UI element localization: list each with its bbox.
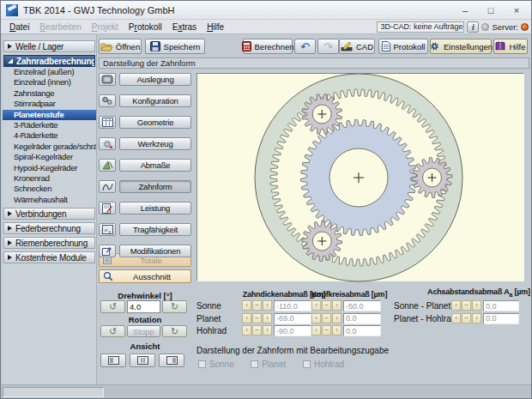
open-button-label: Öffnen xyxy=(116,42,140,51)
kopfkreis-hohlrad-decrease-button[interactable]: ‹ xyxy=(311,325,321,336)
zahndicke-planet-reset-button[interactable]: − xyxy=(252,313,262,323)
sidebar-group-welle-lager[interactable]: Welle / Lager xyxy=(3,40,95,52)
kopfkreis-sonne-field[interactable] xyxy=(343,300,381,311)
nav-abma-e-button[interactable]: Abmaße xyxy=(119,159,191,172)
nav-modifikationen-button[interactable]: Modifikationen xyxy=(119,245,191,257)
rotate-ccw-button[interactable]: ↺ xyxy=(100,300,125,313)
collapsed-icon xyxy=(8,255,12,260)
nav-leistung-button[interactable]: Leistung xyxy=(119,202,191,215)
sidebar-group-federberechnung[interactable]: Federberechnung xyxy=(3,222,95,234)
sidebar-item-zahnstange[interactable]: Zahnstange xyxy=(3,88,96,99)
geometrie-icon[interactable] xyxy=(99,116,116,129)
zahndicke-hohlrad-increase-button[interactable]: › xyxy=(263,325,272,336)
achsabstand-planet-hohlrad-field[interactable] xyxy=(483,313,519,324)
help-button[interactable]: Hilfe xyxy=(493,39,528,54)
gear-diagram-canvas[interactable] xyxy=(196,73,524,281)
nav-geometrie-button[interactable]: Geometrie xyxy=(119,116,191,129)
report-button[interactable]: Protokoll xyxy=(378,39,428,54)
nav-konfiguration-button[interactable]: Konfiguration xyxy=(119,94,191,107)
zahndicke-hohlrad-field[interactable] xyxy=(274,325,311,336)
menu-datei[interactable]: Datei xyxy=(4,22,34,32)
achsabstand-planet-hohlrad-reset-button[interactable]: − xyxy=(462,313,471,323)
sidebar-item-kegelr-der-gerade-schr-g[interactable]: Kegelräder gerade/schräg xyxy=(3,142,96,152)
sidebar-item-w-rmehaushalt[interactable]: Wärmehaushalt xyxy=(3,195,96,205)
menu-protokoll[interactable]: Protokoll xyxy=(124,22,167,32)
open-button[interactable]: Öffnen xyxy=(99,39,142,54)
kopfkreis-hohlrad-reset-button[interactable]: − xyxy=(322,325,331,336)
sidebar-item-hypoid-kegelr-der[interactable]: Hypoid-Kegelräder xyxy=(3,163,96,173)
nav-werkzeug-button[interactable]: Werkzeug xyxy=(119,137,191,150)
window-title: TBK 2014 - GWJ Technology GmbH xyxy=(23,5,174,15)
zahndicke-sonne-field[interactable] xyxy=(274,300,311,311)
achsabstand-sonne-planet-field[interactable] xyxy=(483,300,519,311)
zahndicke-planet-decrease-button[interactable]: ‹ xyxy=(242,313,251,323)
leistung-icon[interactable] xyxy=(99,202,116,215)
auslegung-icon[interactable] xyxy=(99,73,116,86)
sidebar-item-3-r-derkette[interactable]: 3-Räderkette xyxy=(3,120,96,130)
maximize-button[interactable]: □ xyxy=(478,1,504,20)
sidebar-item-kronenrad[interactable]: Kronenrad xyxy=(3,173,96,184)
achsabstand-planet-hohlrad-increase-button[interactable]: › xyxy=(472,313,481,323)
view-left-button[interactable] xyxy=(100,354,126,367)
view-right-button[interactable] xyxy=(159,354,184,367)
kopfkreis-planet-field[interactable] xyxy=(343,313,381,324)
konfiguration-icon[interactable] xyxy=(99,94,116,107)
zahnform-icon[interactable] xyxy=(99,180,116,193)
sidebar-group-kostenfreie-module[interactable]: Kostenfreie Module xyxy=(3,251,95,263)
kopfkreis-planet-increase-button[interactable]: › xyxy=(332,313,342,323)
kopfkreis-planet-reset-button[interactable]: − xyxy=(322,313,331,323)
zahndicke-sonne-reset-button[interactable]: − xyxy=(252,300,262,311)
kopfkreis-sonne-reset-button[interactable]: − xyxy=(322,300,331,311)
sidebar-item-einzelrad-innen[interactable]: Einzelrad (innen) xyxy=(3,77,96,88)
kopfkreis-hohlrad-field[interactable] xyxy=(343,325,381,336)
zahndicke-hohlrad-reset-button[interactable]: − xyxy=(252,325,262,336)
rotate-cw-button[interactable]: ↻ xyxy=(162,300,187,313)
cad-button[interactable]: CAD xyxy=(339,39,375,54)
sidebar-item-4-r-derkette[interactable]: 4-Räderkette xyxy=(3,130,96,141)
achsabstand-sonne-planet-decrease-button[interactable]: ‹ xyxy=(451,300,461,311)
sidebar-group-riemenberechnung[interactable]: Riemenberechnung xyxy=(3,237,95,249)
nav-zahnform-button[interactable]: Zahnform xyxy=(119,180,191,193)
app-icon xyxy=(6,4,18,16)
zahndicke-planet-field[interactable] xyxy=(274,313,311,324)
settings-button[interactable]: Einstellungen xyxy=(430,39,492,54)
kopfkreis-sonne-decrease-button[interactable]: ‹ xyxy=(311,300,321,311)
sidebar-group-verbindungen[interactable]: Verbindungen xyxy=(3,208,95,220)
ausschnitt-button[interactable]: Ausschnitt xyxy=(99,269,191,283)
rotation-cw-button[interactable]: ↻ xyxy=(162,325,187,337)
achsabstand-planet-hohlrad-decrease-button[interactable]: ‹ xyxy=(451,313,461,323)
nav-tragf-higkeit-button[interactable]: Tragfähigkeit xyxy=(119,223,191,236)
kopfkreis-sonne-increase-button[interactable]: › xyxy=(332,300,342,311)
modifikationen-icon[interactable] xyxy=(99,245,116,257)
werkzeug-icon[interactable] xyxy=(99,137,116,150)
zahndicke-sonne-increase-button[interactable]: › xyxy=(263,300,272,311)
sidebar-group-zahnradberechnung[interactable]: Zahnradberechnung xyxy=(3,55,95,67)
kopfkreis-hohlrad-increase-button[interactable]: › xyxy=(332,325,342,336)
zahndicke-sonne-decrease-button[interactable]: ‹ xyxy=(242,300,251,311)
cad-status-field: 3D-CAD: keine Aufträge xyxy=(377,21,464,33)
info-button[interactable]: i xyxy=(467,21,479,33)
rotation-ccw-button[interactable]: ↺ xyxy=(100,325,125,337)
abmasse-icon[interactable] xyxy=(99,159,116,172)
tragfaehigkeit-icon[interactable]: σx xyxy=(99,223,116,236)
achsabstand-sonne-planet-increase-button[interactable]: › xyxy=(472,300,481,311)
sidebar-item-planetenstufe[interactable]: Planetenstufe xyxy=(3,110,96,120)
close-button[interactable]: × xyxy=(504,1,529,20)
sidebar-item-stirnradpaar[interactable]: Stirnradpaar xyxy=(3,99,96,109)
kopfkreis-planet-decrease-button[interactable]: ‹ xyxy=(311,313,321,323)
save-button[interactable]: Speichern xyxy=(145,39,205,54)
zahndicke-hohlrad-decrease-button[interactable]: ‹ xyxy=(242,325,251,336)
undo-button[interactable]: ↶ xyxy=(294,39,316,54)
menu-hilfe[interactable]: Hilfe xyxy=(202,22,229,32)
zahndicke-planet-increase-button[interactable]: › xyxy=(263,313,272,323)
sidebar-item-einzelrad-au-en[interactable]: Einzelrad (außen) xyxy=(3,67,96,77)
drehwinkel-input[interactable] xyxy=(127,300,160,313)
sidebar-item-schnecken[interactable]: Schnecken xyxy=(3,184,96,194)
menu-extras[interactable]: Extras xyxy=(167,22,202,32)
minimize-button[interactable]: – xyxy=(452,1,478,20)
nav-auslegung-button[interactable]: Auslegung xyxy=(119,73,191,86)
sidebar-item-spiral-kegelr-der[interactable]: Spiral-Kegelräder xyxy=(3,152,96,162)
calculate-button[interactable]: Berechnen xyxy=(243,39,293,54)
achsabstand-sonne-planet-reset-button[interactable]: − xyxy=(462,300,471,311)
view-split-button[interactable] xyxy=(130,354,155,367)
